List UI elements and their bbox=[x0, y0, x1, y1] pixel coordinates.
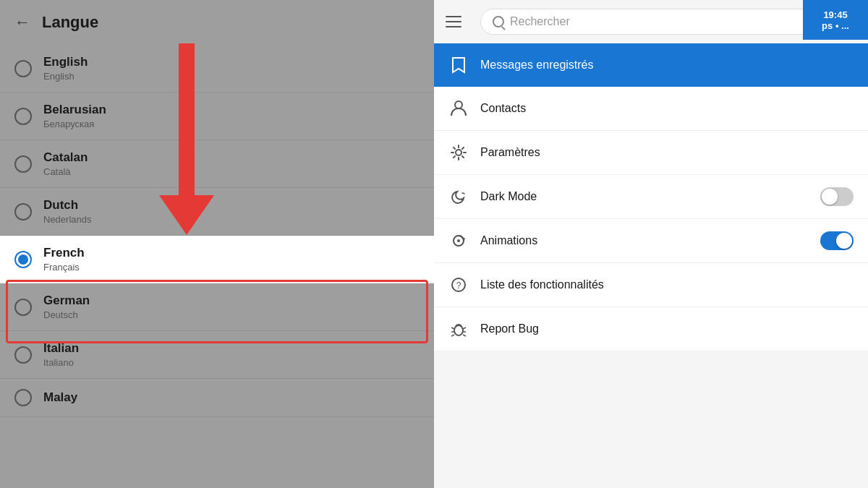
status-time: 19:45 bbox=[823, 9, 847, 20]
svg-point-6 bbox=[454, 325, 463, 335]
radio-dutch[interactable] bbox=[14, 203, 32, 221]
menu-label: Report Bug bbox=[480, 322, 854, 335]
lang-native: Nederlands bbox=[43, 214, 92, 225]
hamburger-line bbox=[446, 26, 461, 27]
lang-name: French bbox=[43, 246, 85, 260]
lang-name: German bbox=[43, 294, 90, 308]
radio-malay[interactable] bbox=[14, 389, 32, 406]
list-item[interactable]: Dutch Nederlands bbox=[0, 188, 434, 236]
svg-line-9 bbox=[451, 335, 454, 336]
lang-native: Català bbox=[43, 166, 88, 177]
search-bar[interactable]: Rechercher bbox=[480, 9, 856, 35]
menu-item-contacts[interactable]: Contacts bbox=[434, 87, 868, 131]
animations-toggle[interactable] bbox=[820, 231, 854, 250]
lang-name: Catalan bbox=[43, 150, 88, 165]
svg-line-10 bbox=[463, 328, 466, 329]
lang-native: Беларуская bbox=[43, 119, 106, 129]
toggle-knob bbox=[822, 189, 838, 205]
menu-item-reportbug[interactable]: Report Bug bbox=[434, 307, 868, 351]
radio-english[interactable] bbox=[14, 60, 32, 77]
hamburger-line bbox=[446, 16, 461, 17]
radio-german[interactable] bbox=[14, 299, 32, 316]
status-bar: 19:45 ps • ... bbox=[803, 0, 868, 40]
menu-item-saved[interactable]: Messages enregistrés bbox=[434, 43, 868, 87]
hamburger-button[interactable] bbox=[446, 9, 472, 35]
status-dots: ps • ... bbox=[822, 20, 849, 31]
lang-native: English bbox=[43, 71, 88, 82]
menu-label: Contacts bbox=[480, 102, 854, 115]
person-icon bbox=[448, 98, 469, 119]
list-item[interactable]: English English bbox=[0, 45, 434, 93]
svg-line-7 bbox=[451, 328, 454, 329]
list-item[interactable]: German Deutsch bbox=[0, 283, 434, 331]
list-item[interactable]: Belarusian Беларуская bbox=[0, 93, 434, 140]
menu-item-features[interactable]: ? Liste des fonctionnalités bbox=[434, 263, 868, 307]
lang-name: Malay bbox=[43, 390, 77, 405]
menu-label: Paramètres bbox=[480, 146, 854, 159]
radio-catalan[interactable] bbox=[14, 155, 32, 173]
page-title: Langue bbox=[42, 13, 98, 32]
menu-item-settings[interactable]: Paramètres bbox=[434, 131, 868, 175]
list-item[interactable]: Malay bbox=[0, 379, 434, 417]
lang-name: Italian bbox=[43, 341, 79, 356]
gear-icon bbox=[448, 142, 469, 163]
radio-inner bbox=[18, 254, 28, 265]
menu-label: Messages enregistrés bbox=[480, 59, 854, 72]
svg-point-1 bbox=[456, 150, 461, 155]
help-circle-icon: ? bbox=[448, 275, 469, 295]
menu-label: Liste des fonctionnalités bbox=[480, 278, 854, 291]
lang-native: Deutsch bbox=[43, 309, 90, 320]
radio-italian[interactable] bbox=[14, 346, 32, 364]
lang-native: Français bbox=[43, 262, 85, 273]
radio-belarusian[interactable] bbox=[14, 108, 32, 125]
lang-name: Belarusian bbox=[43, 103, 106, 117]
menu-item-darkmode[interactable]: Dark Mode bbox=[434, 175, 868, 219]
list-item[interactable]: Italian Italiano bbox=[0, 331, 434, 379]
toggle-knob bbox=[836, 233, 852, 249]
list-item-french[interactable]: French Français bbox=[0, 236, 434, 283]
lang-name: English bbox=[43, 55, 88, 69]
lang-native: Italiano bbox=[43, 357, 79, 368]
animation-icon bbox=[448, 231, 469, 251]
bug-icon bbox=[448, 319, 469, 339]
language-list: English English Belarusian Беларуская Ca… bbox=[0, 45, 434, 417]
svg-text:?: ? bbox=[456, 281, 461, 291]
svg-point-3 bbox=[457, 239, 460, 242]
svg-point-0 bbox=[455, 101, 462, 108]
menu-item-animations[interactable]: Animations bbox=[434, 219, 868, 263]
bookmark-icon bbox=[448, 55, 469, 75]
darkmode-toggle[interactable] bbox=[820, 187, 854, 206]
search-icon bbox=[493, 16, 504, 27]
menu-label: Dark Mode bbox=[480, 190, 809, 203]
hamburger-line bbox=[446, 21, 461, 22]
back-button[interactable]: ← bbox=[14, 13, 30, 32]
left-panel: ← Langue English English Belarusian Бела… bbox=[0, 0, 434, 488]
menu-label: Animations bbox=[480, 234, 809, 247]
radio-french[interactable] bbox=[14, 251, 32, 268]
svg-line-12 bbox=[463, 335, 466, 336]
lang-name: Dutch bbox=[43, 198, 92, 213]
left-header: ← Langue bbox=[0, 0, 434, 45]
list-item[interactable]: Catalan Català bbox=[0, 140, 434, 188]
moon-icon bbox=[448, 187, 469, 207]
search-placeholder: Rechercher bbox=[510, 15, 570, 28]
right-panel: 19:45 ps • ... Rechercher Messages enreg… bbox=[434, 0, 868, 488]
